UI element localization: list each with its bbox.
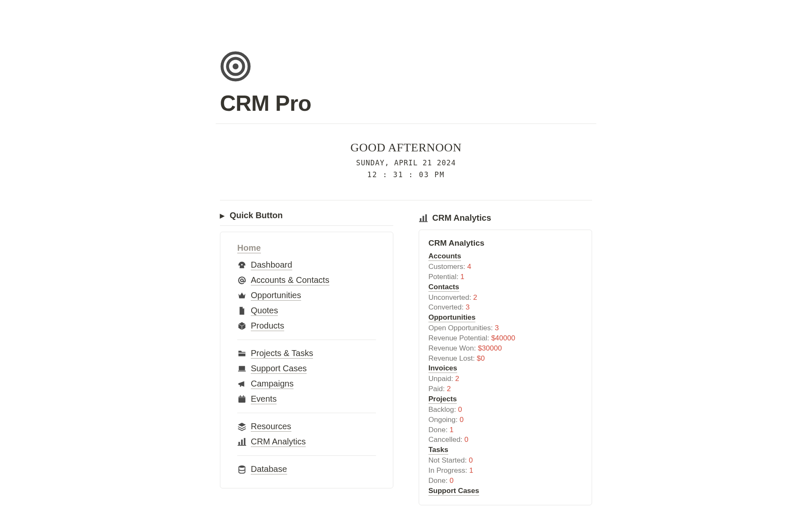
nav-item-label: Dashboard — [251, 260, 292, 270]
metric-key: Revenue Won: — [428, 344, 478, 352]
metric-key: Done: — [428, 477, 450, 485]
at-icon — [237, 276, 247, 285]
metric-row: Revenue Won: $30000 — [428, 343, 582, 354]
nav-item-label: Products — [251, 321, 284, 331]
chart-icon — [419, 214, 428, 223]
metric-key: Converted: — [428, 303, 466, 311]
nav-item-crm-analytics[interactable]: CRM Analytics — [237, 434, 376, 449]
nav-item-label: Campaigns — [251, 379, 294, 389]
metric-value: 2 — [447, 385, 450, 393]
metric-row: Open Opportunities: 3 — [428, 323, 582, 333]
svg-point-3 — [241, 264, 243, 266]
metric-row: Done: 1 — [428, 425, 582, 435]
folder-icon — [237, 349, 247, 358]
nav-item-label: Accounts & Contacts — [251, 275, 329, 285]
quick-button-toggle[interactable]: ▶ Quick Button — [220, 211, 393, 226]
metric-value: $0 — [477, 354, 485, 362]
metric-value: 1 — [450, 426, 453, 434]
svg-rect-17 — [420, 218, 422, 221]
svg-rect-13 — [241, 440, 243, 445]
nav-item-label: Quotes — [251, 306, 278, 316]
nav-item-support-cases[interactable]: Support Cases — [237, 361, 376, 376]
svg-rect-11 — [243, 395, 244, 397]
svg-rect-10 — [240, 395, 241, 397]
quick-button-label: Quick Button — [230, 211, 283, 220]
metric-value: 1 — [469, 466, 473, 474]
nav-item-campaigns[interactable]: Campaigns — [237, 376, 376, 392]
nav-item-database[interactable]: Database — [237, 462, 376, 477]
svg-rect-9 — [239, 397, 246, 398]
metric-value: 3 — [495, 324, 499, 332]
svg-rect-6 — [239, 366, 245, 370]
nav-item-events[interactable]: Events — [237, 392, 376, 407]
analytics-section-support-cases[interactable]: Support Cases — [428, 487, 479, 496]
metric-key: Customers: — [428, 263, 467, 271]
nav-item-label: Database — [251, 464, 287, 474]
nav-divider — [237, 340, 376, 340]
database-icon — [237, 465, 247, 474]
greeting-block: GOOD AFTERNOON SUNDAY, APRIL 21 2024 12 … — [216, 124, 596, 200]
analytics-section-projects[interactable]: Projects — [428, 395, 457, 404]
analytics-card-title: CRM Analytics — [428, 238, 582, 248]
date-text: SUNDAY, APRIL 21 2024 — [216, 159, 596, 167]
svg-point-2 — [233, 63, 239, 69]
metric-key: In Progress: — [428, 466, 469, 474]
svg-rect-18 — [422, 216, 424, 221]
box-icon — [237, 321, 247, 331]
nav-item-label: CRM Analytics — [251, 437, 306, 447]
metric-key: Ongoing: — [428, 416, 460, 424]
metric-value: 1 — [461, 273, 464, 281]
metric-value: 4 — [467, 263, 471, 271]
nav-divider — [237, 413, 376, 413]
metric-value: 0 — [469, 456, 472, 464]
metric-value: 3 — [466, 303, 469, 311]
laptop-icon — [237, 364, 247, 373]
time-text: 12 : 31 : 03 PM — [216, 170, 596, 179]
svg-point-16 — [239, 466, 245, 468]
analytics-section-accounts[interactable]: Accounts — [428, 252, 461, 261]
metric-key: Done: — [428, 426, 450, 434]
page-title: CRM Pro — [216, 88, 596, 124]
analytics-section-invoices[interactable]: Invoices — [428, 364, 457, 373]
nav-home[interactable]: Home — [237, 243, 261, 253]
metric-value: 0 — [450, 477, 453, 485]
metric-row: Converted: 3 — [428, 302, 582, 312]
nav-item-projects-tasks[interactable]: Projects & Tasks — [237, 346, 376, 361]
analytics-section-contacts[interactable]: Contacts — [428, 283, 459, 292]
bullhorn-icon — [237, 379, 247, 389]
nav-card: Home DashboardAccounts & ContactsOpportu… — [220, 232, 393, 488]
nav-item-label: Support Cases — [251, 364, 307, 374]
svg-rect-5 — [239, 353, 246, 354]
metric-key: Paid: — [428, 385, 447, 393]
svg-rect-15 — [238, 445, 246, 446]
metric-row: Unconverted: 2 — [428, 293, 582, 303]
metric-value: 0 — [464, 436, 468, 444]
nav-item-resources[interactable]: Resources — [237, 419, 376, 434]
nav-item-quotes[interactable]: Quotes — [237, 303, 376, 318]
metric-value: 2 — [473, 293, 477, 301]
metric-row: Done: 0 — [428, 476, 582, 486]
left-column: ▶ Quick Button Home DashboardAccounts & … — [220, 211, 393, 505]
metric-row: Cancelled: 0 — [428, 435, 582, 445]
analytics-section-tasks[interactable]: Tasks — [428, 446, 448, 455]
metric-key: Unpaid: — [428, 375, 455, 383]
nav-item-label: Resources — [251, 422, 291, 432]
nav-item-opportunities[interactable]: Opportunities — [237, 288, 376, 303]
greeting-text: GOOD AFTERNOON — [216, 141, 596, 154]
metric-row: Paid: 2 — [428, 384, 582, 394]
metric-value: 0 — [460, 416, 464, 424]
layers-icon — [237, 422, 247, 431]
analytics-section-opportunities[interactable]: Opportunities — [428, 313, 475, 322]
metric-key: Backlog: — [428, 406, 458, 414]
target-icon — [220, 51, 596, 84]
metric-row: Ongoing: 0 — [428, 415, 582, 425]
nav-item-products[interactable]: Products — [237, 318, 376, 334]
metric-row: Customers: 4 — [428, 262, 582, 272]
metric-key: Unconverted: — [428, 293, 473, 301]
svg-rect-7 — [238, 371, 246, 372]
metric-key: Potential: — [428, 273, 461, 281]
svg-rect-14 — [244, 438, 246, 445]
nav-item-accounts-contacts[interactable]: Accounts & Contacts — [237, 273, 376, 288]
nav-item-label: Projects & Tasks — [251, 348, 313, 359]
nav-item-dashboard[interactable]: Dashboard — [237, 258, 376, 273]
